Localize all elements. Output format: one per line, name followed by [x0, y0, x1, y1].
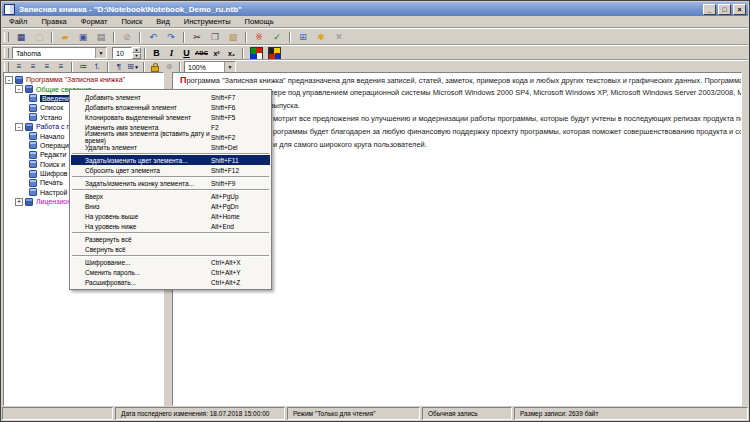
table-button[interactable]: ⊞▼	[126, 62, 140, 73]
page-icon	[29, 104, 37, 112]
new-notebook-button[interactable]: ▦	[12, 30, 30, 44]
maximize-button[interactable]: □	[718, 4, 731, 15]
spellcheck-button[interactable]: ✓	[268, 30, 286, 44]
open-file-icon: ▰	[62, 33, 69, 42]
page-icon	[29, 151, 37, 159]
exit-icon: ✕	[335, 33, 343, 42]
highlight-color-grid-icon	[268, 47, 281, 60]
menu-edit[interactable]: Правка	[34, 17, 73, 26]
toolbar-grip[interactable]	[4, 48, 9, 58]
menu-tools[interactable]: Инструменты	[177, 17, 238, 26]
menu-item-level-down[interactable]: На уровень нижеAlt+End	[71, 221, 270, 231]
toolbar-grip[interactable]	[4, 62, 9, 72]
zoom-value: 100%	[188, 64, 206, 71]
window-view-button[interactable]: ⊞	[294, 30, 312, 44]
strikethrough-button[interactable]: ABC	[194, 46, 209, 60]
close-button[interactable]: ×	[733, 4, 746, 15]
paste-button[interactable]: ▧	[224, 30, 242, 44]
menu-format[interactable]: Формат	[74, 17, 115, 26]
font-color-button[interactable]	[247, 46, 265, 60]
menu-view[interactable]: Вид	[149, 17, 177, 26]
align-right-icon: ≡	[45, 63, 50, 71]
paragraph-line: мотрит все предложения по улучшению и мо…	[273, 114, 742, 123]
save-button[interactable]: ▣	[74, 30, 92, 44]
highlight-color-button[interactable]	[265, 46, 283, 60]
minimize-button[interactable]: _	[703, 4, 716, 15]
font-color-grid-icon	[250, 47, 263, 60]
superscript-button[interactable]: x²	[209, 46, 224, 60]
menu-item-reset-element-color[interactable]: Сбросить цвет элементаShift+F12	[71, 165, 270, 175]
menu-item-move-up[interactable]: ВверхAlt+PgUp	[71, 191, 270, 201]
copy-button[interactable]: ❐	[206, 30, 224, 44]
print-button[interactable]: ▤	[92, 30, 110, 44]
menu-item-level-up[interactable]: На уровень вышеAlt+Home	[71, 211, 270, 221]
new-notebook-icon: ▦	[17, 33, 26, 42]
blank-page-button[interactable]: ▢	[30, 30, 48, 44]
align-justify-button[interactable]: ≡	[54, 62, 68, 73]
menu-item-encrypt[interactable]: Шифрование...Ctrl+Alt+X	[71, 257, 270, 267]
chevron-down-icon[interactable]: ▼	[95, 48, 106, 58]
menu-item-clone-element[interactable]: Клонировать выделенный элементShift+F5	[71, 112, 270, 122]
toolbar-grip[interactable]	[4, 32, 9, 42]
bullet-list-icon: ≔	[79, 63, 87, 71]
collapse-icon[interactable]: -	[15, 123, 23, 131]
toolbar-separator	[113, 32, 115, 43]
page-icon	[29, 160, 37, 168]
align-center-button[interactable]: ≡	[26, 62, 40, 73]
notebook-icon	[25, 198, 33, 206]
font-size-stepper[interactable]: ▲▼	[132, 47, 141, 59]
menu-help[interactable]: Помощь	[238, 17, 281, 26]
paragraph-button[interactable]: ¶	[112, 62, 126, 73]
subscript-button[interactable]: x₂	[224, 46, 239, 60]
spin-down-icon[interactable]: ▼	[132, 53, 141, 59]
tree-item-root[interactable]: - Программа "Записная книжка"	[4, 75, 163, 84]
tree-item-label: Список	[40, 104, 63, 111]
collapse-icon[interactable]: -	[15, 85, 23, 93]
menu-file[interactable]: Файл	[2, 17, 34, 26]
open-file-button[interactable]: ▰	[56, 30, 74, 44]
notebook-icon	[25, 85, 33, 93]
menu-item-set-element-color[interactable]: Задать/изменить цвет элемента...Shift+F1…	[71, 155, 270, 165]
menu-item-rename-with-date[interactable]: Изменить имя элемента (вставить дату и в…	[71, 132, 270, 142]
redo-button[interactable]: ↷	[162, 30, 180, 44]
page-icon	[29, 113, 37, 121]
tree-item-label: Начало	[40, 133, 64, 140]
theme-icon: ✱	[317, 33, 325, 42]
window-title: Записная книжка - "D:\Notebook\Notebook_…	[19, 5, 242, 14]
font-size-value: 10	[116, 50, 124, 57]
bullet-list-button[interactable]: ≔	[76, 62, 90, 73]
font-size-input[interactable]: 10	[112, 47, 132, 59]
collapse-icon[interactable]: -	[5, 76, 13, 84]
menu-item-decrypt[interactable]: Расшифровать...Ctrl+Alt+Z	[71, 277, 270, 287]
menu-item-add-element[interactable]: Добавить элементShift+F7	[71, 92, 270, 102]
underline-button[interactable]: U	[179, 46, 194, 60]
chevron-down-icon[interactable]: ▼	[224, 62, 235, 72]
menu-item-expand-all[interactable]: Развернуть всё	[71, 234, 270, 244]
numbered-list-button[interactable]: ⒈	[90, 62, 104, 73]
bold-button[interactable]: B	[149, 46, 164, 60]
menu-separator	[72, 232, 269, 233]
align-right-button[interactable]: ≡	[40, 62, 54, 73]
expand-icon[interactable]: +	[15, 198, 23, 206]
attach-button[interactable]: ⊘	[118, 30, 136, 44]
align-left-button[interactable]: ≡	[12, 62, 26, 73]
tree-item-label: Программа "Записная книжка"	[26, 76, 125, 83]
symbols-button[interactable]: ※	[250, 30, 268, 44]
menu-item-set-element-icon[interactable]: Задать/изменить иконку элемента...Shift+…	[71, 178, 270, 188]
italic-button[interactable]: I	[164, 46, 179, 60]
font-family-select[interactable]: Tahoma ▼	[12, 47, 107, 59]
exit-button[interactable]: ✕	[330, 30, 348, 44]
menu-item-collapse-all[interactable]: Свернуть всё	[71, 244, 270, 254]
menu-search[interactable]: Поиск	[114, 17, 149, 26]
cut-button[interactable]: ✂	[188, 30, 206, 44]
toolbar-separator	[71, 62, 73, 73]
theme-button[interactable]: ✱	[312, 30, 330, 44]
status-record-size: Размер записи: 2639 байт	[514, 407, 748, 420]
chevron-down-icon[interactable]: ▼	[134, 65, 139, 70]
menu-item-change-password[interactable]: Сменить пароль...Ctrl+Alt+Y	[71, 267, 270, 277]
undo-button[interactable]: ↶	[144, 30, 162, 44]
menu-item-move-down[interactable]: ВнизAlt+PgDn	[71, 201, 270, 211]
readonly-lock-button[interactable]	[148, 62, 162, 73]
web-button[interactable]: ⊕	[162, 62, 176, 73]
menu-item-add-child-element[interactable]: Добавить вложенный элементShift+F6	[71, 102, 270, 112]
